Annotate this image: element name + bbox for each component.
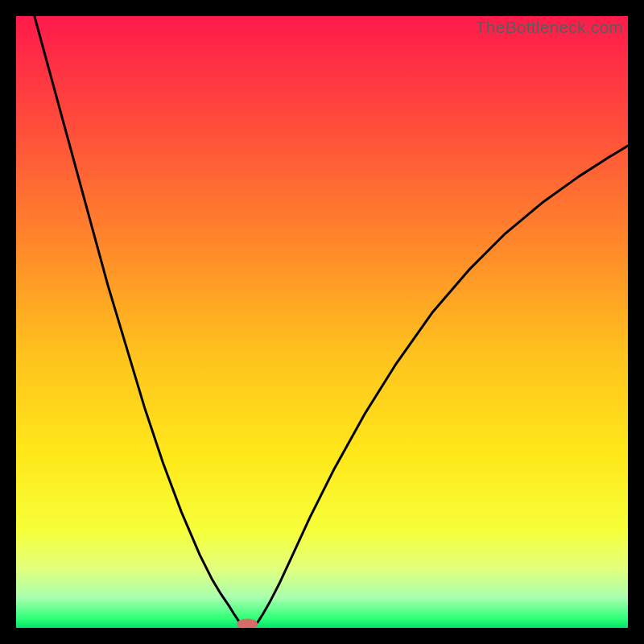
bottleneck-chart: [16, 16, 628, 628]
watermark-text: TheBottleneck.com: [476, 18, 623, 37]
chart-frame: TheBottleneck.com: [16, 16, 628, 628]
chart-background-gradient: [16, 16, 628, 628]
